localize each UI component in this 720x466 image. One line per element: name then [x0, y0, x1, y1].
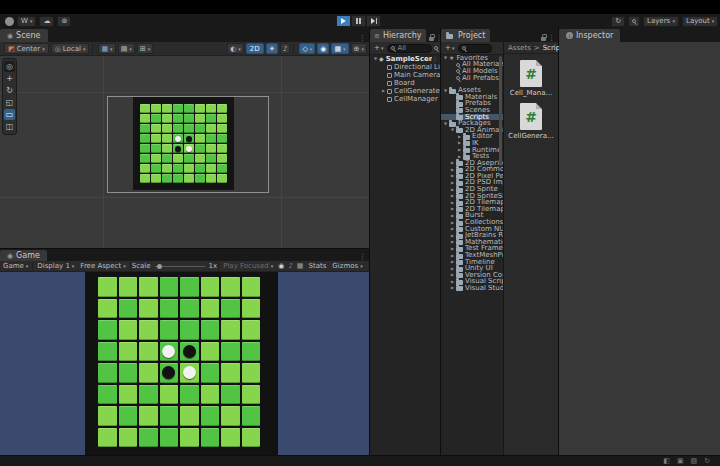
grid-snap-dropdown[interactable]: ▦ ▾: [98, 43, 115, 54]
board-cell[interactable]: [151, 124, 161, 133]
board-cell[interactable]: [119, 428, 138, 448]
board-cell[interactable]: [217, 174, 227, 183]
scale-slider-knob[interactable]: [157, 264, 162, 269]
board-cell[interactable]: [98, 428, 117, 448]
chevron-collapsed-icon[interactable]: ▶: [449, 181, 456, 185]
board-cell[interactable]: [217, 144, 227, 153]
board-cell[interactable]: [140, 174, 150, 183]
board-cell[interactable]: [201, 342, 220, 362]
chevron-collapsed-icon[interactable]: ▶: [449, 161, 456, 165]
board-cell[interactable]: [98, 277, 117, 297]
chevron-expanded-icon[interactable]: ▼: [442, 56, 449, 60]
scene-visibility-toggle[interactable]: ◉: [317, 43, 329, 54]
board-cell[interactable]: [195, 104, 205, 113]
board-cell[interactable]: [195, 164, 205, 173]
chevron-collapsed-icon[interactable]: ▶: [449, 207, 456, 211]
board-cell[interactable]: [206, 104, 216, 113]
board-cell[interactable]: [195, 134, 205, 143]
board-cell[interactable]: [139, 299, 158, 319]
board-cell[interactable]: [217, 134, 227, 143]
board-cell[interactable]: [180, 342, 199, 362]
board-cell[interactable]: [140, 114, 150, 123]
board-cell[interactable]: [119, 385, 138, 405]
chevron-expanded-icon[interactable]: ▼: [372, 57, 379, 61]
chevron-collapsed-icon[interactable]: ▶: [449, 240, 456, 244]
chevron-collapsed-icon[interactable]: ▶: [449, 201, 456, 205]
board-cell[interactable]: [162, 114, 172, 123]
board-cell[interactable]: [221, 277, 240, 297]
board-cell[interactable]: [162, 134, 172, 143]
board-cell[interactable]: [160, 299, 179, 319]
item-menu[interactable]: ⋮: [432, 56, 440, 62]
lock-icon[interactable]: [541, 37, 546, 41]
refresh-status-icon[interactable]: ↻: [704, 457, 710, 465]
board-cell[interactable]: [206, 134, 216, 143]
view-tool[interactable]: ◎: [4, 61, 15, 72]
board-cell[interactable]: [184, 144, 194, 153]
chevron-collapsed-icon[interactable]: ▶: [449, 254, 456, 258]
scale-tool[interactable]: ◱: [4, 97, 15, 108]
board-cell[interactable]: [221, 342, 240, 362]
board-cell[interactable]: [119, 299, 138, 319]
chevron-expanded-icon[interactable]: ▼: [449, 128, 456, 132]
board-cell[interactable]: [184, 124, 194, 133]
board-cell[interactable]: [184, 154, 194, 163]
gizmos-dropdown[interactable]: ⊕ ▾: [351, 43, 367, 54]
chevron-collapsed-icon[interactable]: ▶: [449, 260, 456, 264]
mute-audio-icon[interactable]: ♪: [286, 262, 294, 270]
board-cell[interactable]: [151, 144, 161, 153]
tab-project[interactable]: Project: [441, 29, 490, 42]
board-cell[interactable]: [119, 406, 138, 426]
board-cell[interactable]: [160, 320, 179, 340]
game-gizmos-dropdown[interactable]: Gizmos▾: [329, 262, 365, 270]
board-cell[interactable]: [221, 406, 240, 426]
tree-item-cellmanager[interactable]: CellManager: [370, 95, 440, 103]
board-cell[interactable]: [98, 385, 117, 405]
board-cell[interactable]: [139, 342, 158, 362]
chevron-collapsed-icon[interactable]: ▶: [449, 227, 456, 231]
play-focused-dropdown[interactable]: Play Focused▾: [220, 262, 276, 270]
chevron-collapsed-icon[interactable]: ▶: [456, 155, 463, 159]
board-cell[interactable]: [242, 385, 261, 405]
board-cell[interactable]: [139, 428, 158, 448]
layers-dropdown[interactable]: Layers▾: [643, 16, 679, 27]
lock-icon[interactable]: [429, 37, 434, 41]
tab-hierarchy[interactable]: ≡ Hierarchy: [370, 29, 426, 42]
chevron-collapsed-icon[interactable]: ▶: [449, 247, 456, 251]
board-cell[interactable]: [160, 428, 179, 448]
scale-slider[interactable]: [155, 266, 205, 267]
tree-item-main-camera[interactable]: Main Camera: [370, 71, 440, 79]
space-dropdown[interactable]: ◎ Local ▾: [51, 43, 90, 54]
game-view-dropdown[interactable]: Game▾: [0, 262, 31, 270]
board-cell[interactable]: [151, 174, 161, 183]
board-cell[interactable]: [98, 406, 117, 426]
move-tool[interactable]: +: [4, 73, 15, 84]
board-cell[interactable]: [139, 385, 158, 405]
board-cell[interactable]: [184, 164, 194, 173]
board-cell[interactable]: [160, 277, 179, 297]
board-cell[interactable]: [180, 299, 199, 319]
board-cell[interactable]: [221, 385, 240, 405]
board-cell[interactable]: [195, 154, 205, 163]
board-cell[interactable]: [184, 114, 194, 123]
transform-tool[interactable]: ◫: [4, 121, 15, 132]
board-cell[interactable]: [201, 428, 220, 448]
chevron-collapsed-icon[interactable]: ▶: [449, 280, 456, 284]
board-cell[interactable]: [206, 154, 216, 163]
board-cell[interactable]: [184, 174, 194, 183]
search-button[interactable]: [628, 16, 640, 27]
camera-settings-dropdown[interactable]: ▦ ▾: [331, 43, 348, 54]
tree-item-board[interactable]: Board: [370, 79, 440, 87]
board-cell[interactable]: [160, 363, 179, 383]
board-cell[interactable]: [201, 406, 220, 426]
board-cell[interactable]: [160, 385, 179, 405]
board-cell[interactable]: [119, 277, 138, 297]
game-panel-menu[interactable]: ⋮: [356, 253, 369, 261]
asset-file[interactable]: #Cell_Mana...: [504, 60, 558, 97]
board-cell[interactable]: [184, 134, 194, 143]
board-cell[interactable]: [242, 277, 261, 297]
scene-audio-toggle[interactable]: ♪: [280, 43, 290, 54]
board-cell[interactable]: [151, 164, 161, 173]
board-cell[interactable]: [217, 104, 227, 113]
board-cell[interactable]: [184, 104, 194, 113]
